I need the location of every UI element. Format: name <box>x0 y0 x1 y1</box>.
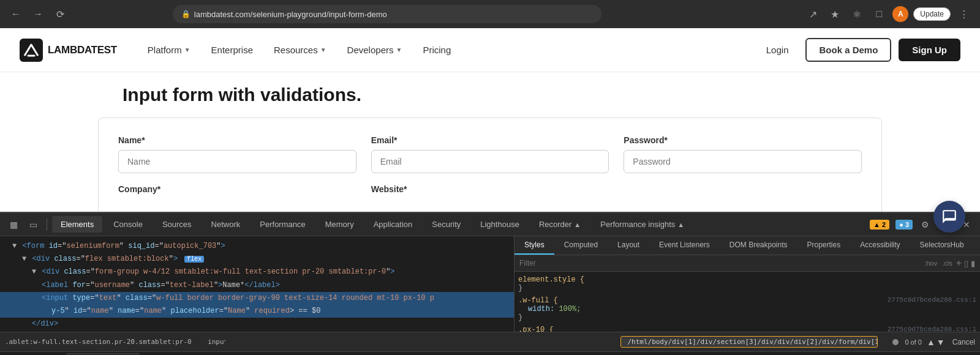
nav-right: Login Book a Demo Sign Up <box>756 38 960 62</box>
html-line-selected-cont: y-5" id="name" name="name" placeholder="… <box>0 305 514 318</box>
email-label: Email* <box>371 135 609 145</box>
lock-icon: 🔒 <box>181 10 190 18</box>
signup-button[interactable]: Sign Up <box>899 39 960 61</box>
password-input[interactable] <box>624 150 862 173</box>
styles-tab-computed[interactable]: Computed <box>554 236 608 255</box>
reload-button[interactable]: ⟳ <box>51 6 69 23</box>
inspector-icon[interactable]: ▦ <box>5 216 22 233</box>
info-badge: ● 3 <box>895 220 913 230</box>
add-style-icon[interactable]: + <box>956 258 962 269</box>
tab-performance[interactable]: Performance <box>251 216 314 233</box>
nav-developers[interactable]: Developers ▼ <box>339 40 411 60</box>
elements-panel[interactable]: ▼ <form id="seleniumform" siq_id="autopi… <box>0 236 514 332</box>
breadcrumb-path[interactable]: /html/body/div[1]/div/section[3]/div/div… <box>620 336 878 348</box>
devtools-panel: ▦ ▭ Elements Console Sources Network Per… <box>0 212 980 355</box>
tab-application[interactable]: Application <box>365 216 421 233</box>
tab-perf-insights[interactable]: Performance insights ▲ <box>592 216 693 233</box>
site-navbar: LAMBDATEST Platform ▼ Enterprise Resourc… <box>0 28 980 72</box>
triangle-icon[interactable]: ▼ <box>12 242 17 250</box>
chat-bubble[interactable] <box>933 201 965 233</box>
warning-badge: ▲ 2 <box>870 220 889 230</box>
tab-network[interactable]: Network <box>203 216 249 233</box>
html-line: </div> <box>0 318 514 331</box>
devtools-content: ▼ <form id="seleniumform" siq_id="autopi… <box>0 236 980 332</box>
styles-tabs: Styles Computed Layout Event Listeners D… <box>514 236 980 255</box>
hov-button[interactable]: :hov <box>924 260 937 267</box>
chevron-down-icon-3: ▼ <box>396 47 402 53</box>
nav-platform[interactable]: Platform ▼ <box>139 40 199 60</box>
browser-chrome: ← → ⟳ 🔒 lambdatest.com/selenium-playgrou… <box>0 0 980 28</box>
update-button[interactable]: Update <box>913 7 951 21</box>
styles-filter-row: :hov .cls + ▯ ▮ <box>514 255 980 272</box>
chevron-down-icon: ▼ <box>184 47 190 53</box>
extensions-icon[interactable]: ⚛ <box>848 6 865 23</box>
tab-sources[interactable]: Sources <box>154 216 200 233</box>
html-line: <label for="username" class="text-label"… <box>0 279 514 292</box>
nav-pricing[interactable]: Pricing <box>414 40 459 60</box>
breadcrumb-trail: .ablet:w-full.text-section.pr-20.smtable… <box>5 338 225 346</box>
styles-tab-dom-breakpoints[interactable]: DOM Breakpoints <box>720 236 797 255</box>
styles-tab-layout[interactable]: Layout <box>608 236 649 255</box>
styles-tab-selectorshub[interactable]: SelectorsHub <box>910 236 974 255</box>
login-button[interactable]: Login <box>756 40 799 60</box>
html-line: ▼ <div class="form-group w-4/12 smtablet… <box>0 266 514 278</box>
cancel-search-button[interactable]: Cancel <box>952 338 975 346</box>
bookmark-icon[interactable]: ★ <box>826 6 843 23</box>
nav-resources-label: Resources <box>274 45 318 55</box>
css-source: 2775c9d7bceda286.css:1 <box>888 326 976 332</box>
copy-styles-icon[interactable]: ▯ <box>964 259 968 268</box>
styles-tab-properties[interactable]: Properties <box>797 236 851 255</box>
css-value: 100%; <box>559 305 581 313</box>
share-icon[interactable]: ↗ <box>804 6 821 23</box>
logo-area[interactable]: LAMBDATEST <box>20 39 117 62</box>
insights-indicator: ▲ <box>677 221 684 228</box>
empty-field-group <box>624 184 862 199</box>
css-selector: .w-full { <box>518 296 558 305</box>
console-tab-bar: ⋮ Console What's New ✕ ✕ <box>0 351 980 355</box>
page-content: Input form with validations. Name* Email… <box>0 72 980 212</box>
tab-console[interactable]: Console <box>105 216 151 233</box>
css-selector: .px-10 { <box>518 326 554 332</box>
tab-security[interactable]: Security <box>423 216 469 233</box>
tab-lighthouse[interactable]: Lighthouse <box>472 216 528 233</box>
book-demo-button[interactable]: Book a Demo <box>805 38 891 62</box>
tab-elements[interactable]: Elements <box>52 216 102 233</box>
more-options-icon[interactable]: ⋮ <box>956 6 973 23</box>
css-rule-w-full: .w-full { 2775c9d7bceda286.css:1 width: … <box>518 296 976 322</box>
triangle-icon[interactable]: ▼ <box>32 267 36 276</box>
search-down-arrow[interactable]: ▼ <box>937 337 945 347</box>
back-button[interactable]: ← <box>7 6 24 23</box>
styles-panel: Styles Computed Layout Event Listeners D… <box>514 236 980 332</box>
forward-button[interactable]: → <box>29 6 47 23</box>
toggle-styles-icon[interactable]: ▮ <box>971 259 975 268</box>
device-icon[interactable]: ▭ <box>24 216 42 233</box>
css-selector: element.style { <box>518 275 584 284</box>
styles-tab-accessibility[interactable]: Accessibility <box>850 236 910 255</box>
styles-tab-styles[interactable]: Styles <box>514 236 554 255</box>
tab-recorder[interactable]: Recorder ▲ <box>530 216 589 233</box>
tab-memory[interactable]: Memory <box>317 216 363 233</box>
search-dot <box>892 339 899 345</box>
devtools-bottom-bar: .ablet:w-full.text-section.pr-20.smtable… <box>0 332 980 351</box>
triangle-icon[interactable]: ▼ <box>22 255 26 263</box>
form-row-1: Name* Email* Password* <box>118 135 862 173</box>
password-field-group: Password* <box>624 135 862 173</box>
styles-tab-event-listeners[interactable]: Event Listeners <box>649 236 720 255</box>
styles-filter-input[interactable] <box>519 259 919 267</box>
name-input[interactable] <box>118 150 356 173</box>
email-input[interactable] <box>371 150 609 173</box>
password-label: Password* <box>624 135 862 145</box>
website-field-group: Website* <box>371 184 609 199</box>
nav-resources[interactable]: Resources ▼ <box>265 40 335 60</box>
logo-text: LAMBDATEST <box>48 44 117 56</box>
nav-platform-label: Platform <box>148 45 182 55</box>
cls-button[interactable]: .cls <box>942 260 952 267</box>
url-bar[interactable]: 🔒 lambdatest.com/selenium-playground/inp… <box>173 5 601 23</box>
website-label: Website* <box>371 184 609 194</box>
tab-whats-new[interactable]: What's New ✕ <box>66 353 140 356</box>
nav-enterprise[interactable]: Enterprise <box>203 40 262 60</box>
nav-enterprise-label: Enterprise <box>211 45 253 55</box>
search-up-arrow[interactable]: ▲ <box>927 337 935 347</box>
layout-icon[interactable]: □ <box>870 6 888 23</box>
settings-icon[interactable]: ⚙ <box>916 216 933 233</box>
